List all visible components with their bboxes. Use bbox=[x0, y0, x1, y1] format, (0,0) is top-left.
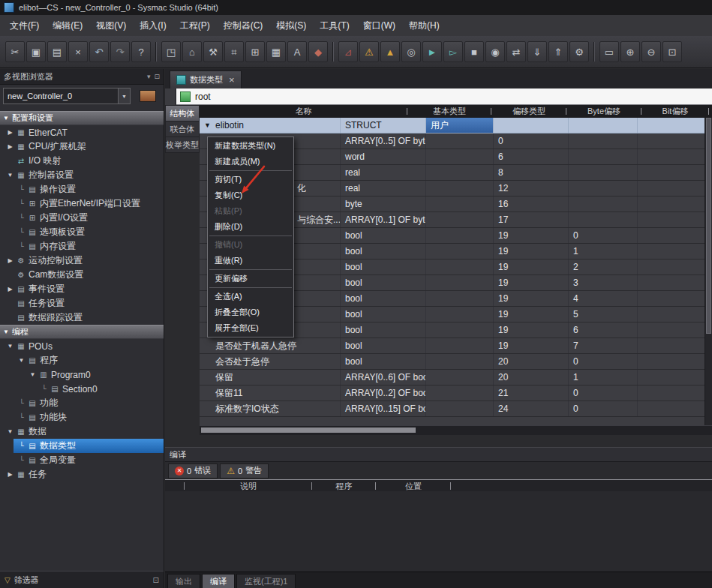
context-menu-item-新建成员(M)[interactable]: 新建成员(M) bbox=[208, 154, 293, 170]
settings-icon[interactable]: ⚙ bbox=[569, 41, 589, 62]
sidebar-item-功能[interactable]: └▤功能 bbox=[0, 396, 164, 410]
tree-expander-icon[interactable]: ▶ bbox=[5, 257, 15, 264]
download-icon[interactable]: ⇓ bbox=[527, 41, 547, 62]
menu-item-8[interactable]: 工具(T) bbox=[313, 15, 356, 36]
stop-icon[interactable]: ■ bbox=[464, 41, 484, 62]
tree-expander-icon[interactable]: ▼ bbox=[28, 371, 38, 378]
zoom-out-icon[interactable]: ⊖ bbox=[641, 41, 661, 62]
tree-expander-icon[interactable]: ▶ bbox=[5, 471, 15, 478]
table-row[interactable]: 保留11ARRAY[0..2] OF bool210 bbox=[200, 386, 712, 401]
tree-expander-icon[interactable]: ▼ bbox=[5, 172, 15, 178]
menu-item-3[interactable]: 视图(V) bbox=[89, 15, 133, 36]
context-menu-item-更新偏移[interactable]: 更新偏移 bbox=[208, 271, 293, 286]
vertical-scrollbar-thumb[interactable] bbox=[706, 118, 711, 334]
tree-expander-icon[interactable]: ▼ bbox=[5, 343, 15, 350]
filter-pin-icon[interactable]: ⊡ bbox=[153, 576, 159, 584]
sidebar-item-内置I/O设置[interactable]: └⊞内置I/O设置 bbox=[0, 211, 164, 225]
run-icon[interactable]: ► bbox=[422, 41, 442, 62]
tab-data-types[interactable]: 数据类型 × bbox=[170, 70, 242, 88]
build-icon[interactable]: ⌂ bbox=[182, 41, 202, 62]
sidebar-item-全局变量[interactable]: └▤全局变量 bbox=[0, 453, 164, 467]
tree-expander-icon[interactable]: ▼ bbox=[5, 428, 15, 435]
variable-table-icon[interactable]: ⊞ bbox=[245, 41, 265, 62]
3d-view-icon[interactable]: ◳ bbox=[161, 41, 181, 62]
section-header-programming[interactable]: ▼编程 bbox=[0, 325, 164, 339]
menu-item-1[interactable]: 文件(F) bbox=[3, 15, 46, 36]
sidebar-item-Section0[interactable]: └▤Section0 bbox=[0, 382, 164, 396]
filter-bar[interactable]: ▽ 筛选器 ⊡ bbox=[0, 571, 164, 588]
cross-reference-icon[interactable]: A bbox=[287, 41, 307, 62]
zoom-fit-icon[interactable]: ⊡ bbox=[662, 41, 682, 62]
online-icon[interactable]: ◉ bbox=[485, 41, 505, 62]
column-header-Byte偏移[interactable]: Byte偏移 bbox=[566, 105, 641, 118]
context-menu-item-展开全部(E)[interactable]: 展开全部(E) bbox=[208, 320, 293, 336]
warning-icon[interactable]: ⚠ bbox=[359, 41, 379, 62]
tools-icon[interactable]: ⚒ bbox=[203, 41, 223, 62]
root-name-field[interactable]: root bbox=[176, 88, 712, 105]
section-header-config[interactable]: ▼配置和设置 bbox=[0, 111, 164, 125]
menu-item-9[interactable]: 窗口(W) bbox=[356, 15, 402, 36]
sidebar-item-控制器设置[interactable]: ▼▦控制器设置 bbox=[0, 168, 164, 182]
edit-mode-icon[interactable]: ⊿ bbox=[338, 41, 358, 62]
sidebar-item-数据跟踪设置[interactable]: ▤数据跟踪设置 bbox=[0, 310, 164, 325]
tree-expander-icon[interactable]: ▶ bbox=[5, 129, 15, 136]
step-icon[interactable]: ▻ bbox=[443, 41, 463, 62]
paste-icon[interactable]: ▤ bbox=[47, 41, 67, 62]
build-column-程序[interactable]: 程序 bbox=[312, 480, 376, 492]
tree-expander-icon[interactable]: ▼ bbox=[17, 357, 26, 364]
column-header-基本类型[interactable]: 基本类型 bbox=[407, 105, 491, 118]
build-column-位置[interactable]: 位置 bbox=[376, 480, 451, 492]
table-row[interactable]: 标准数字IO状态ARRAY[0..15] OF bool240 bbox=[200, 401, 712, 417]
upload-icon[interactable]: ⇑ bbox=[548, 41, 568, 62]
table-row[interactable]: 是否处于机器人急停bool197 bbox=[200, 338, 712, 354]
tree-expander-icon[interactable]: ▶ bbox=[5, 286, 15, 292]
sidebar-item-任务[interactable]: ▶▦任务 bbox=[0, 467, 164, 482]
vertical-scrollbar[interactable] bbox=[704, 118, 712, 426]
side-tab-枚举类型[interactable]: 枚举类型 bbox=[165, 137, 200, 153]
horizontal-scrollbar-thumb[interactable] bbox=[201, 428, 416, 433]
security-icon[interactable]: ◆ bbox=[308, 41, 328, 62]
context-menu-item-复制(C)[interactable]: 复制(C) bbox=[208, 188, 293, 203]
sidebar-item-任务设置[interactable]: ▤任务设置 bbox=[0, 296, 164, 310]
chevron-down-icon[interactable]: ▼ bbox=[118, 88, 130, 104]
sidebar-item-CPU/扩展机架[interactable]: ▶▦CPU/扩展机架 bbox=[0, 140, 164, 154]
watch-table-icon[interactable]: ▦ bbox=[266, 41, 286, 62]
build-column-说明[interactable]: 说明 bbox=[185, 480, 312, 492]
redo-icon[interactable]: ↷ bbox=[110, 41, 130, 62]
row-expander-icon[interactable]: ▼ bbox=[204, 118, 215, 133]
help-icon[interactable]: ? bbox=[131, 41, 151, 62]
sidebar-item-Program0[interactable]: ▼▥Program0 bbox=[0, 368, 164, 382]
controller-select[interactable]: new_Controller_0 ▼ bbox=[3, 88, 131, 104]
panel-tab-输出[interactable]: 输出 bbox=[167, 574, 200, 588]
panel-tab-编译[interactable]: 编译 bbox=[202, 574, 235, 588]
cut-icon[interactable]: ✂ bbox=[5, 41, 25, 62]
sidebar-item-数据类型[interactable]: └▤数据类型 bbox=[0, 439, 164, 453]
sidebar-item-POUs[interactable]: ▼▦POUs bbox=[0, 339, 164, 353]
table-row[interactable]: 保留ARRAY[0..6] OF bool201 bbox=[200, 370, 712, 386]
sidebar-item-数据[interactable]: ▼▦数据 bbox=[0, 424, 164, 439]
context-menu-item-折叠全部(O)[interactable]: 折叠全部(O) bbox=[208, 304, 293, 320]
menu-item-4[interactable]: 插入(I) bbox=[133, 15, 173, 36]
sidebar-item-EtherCAT[interactable]: ▶▦EtherCAT bbox=[0, 125, 164, 140]
monitor-icon[interactable]: ◎ bbox=[401, 41, 421, 62]
column-header-名称[interactable]: 名称 bbox=[200, 105, 407, 118]
horizontal-scrollbar[interactable] bbox=[200, 425, 712, 435]
panel-tab-监视(工程)1[interactable]: 监视(工程)1 bbox=[236, 574, 296, 588]
menu-item-6[interactable]: 控制器(C) bbox=[217, 15, 270, 36]
sidebar-item-Cam数据设置[interactable]: ⚙Cam数据设置 bbox=[0, 268, 164, 282]
context-menu-item-剪切(T)[interactable]: 剪切(T) bbox=[208, 172, 293, 188]
errors-chip[interactable]: ✕ 0 错误 bbox=[168, 464, 218, 478]
menu-item-10[interactable]: 帮助(H) bbox=[402, 15, 446, 36]
pin-icon[interactable]: ⊡ bbox=[154, 73, 160, 80]
context-menu-item-全选(A)[interactable]: 全选(A) bbox=[208, 289, 293, 304]
tab-close-icon[interactable]: × bbox=[229, 75, 235, 85]
context-menu-item-新建数据类型(N)[interactable]: 新建数据类型(N) bbox=[208, 138, 293, 154]
sidebar-item-功能块[interactable]: └▤功能块 bbox=[0, 410, 164, 424]
sidebar-item-内置EtherNet/IP端口设置[interactable]: └⊞内置EtherNet/IP端口设置 bbox=[0, 196, 164, 211]
zoom-in-icon[interactable]: ⊕ bbox=[620, 41, 640, 62]
warnings-chip[interactable]: ⚠ 0 警告 bbox=[220, 464, 269, 478]
sync-icon[interactable]: ⇄ bbox=[506, 41, 526, 62]
sidebar-item-选项板设置[interactable]: └▤选项板设置 bbox=[0, 225, 164, 239]
select-tool-icon[interactable]: ▭ bbox=[599, 41, 619, 62]
alarm-icon[interactable]: ▲ bbox=[380, 41, 400, 62]
